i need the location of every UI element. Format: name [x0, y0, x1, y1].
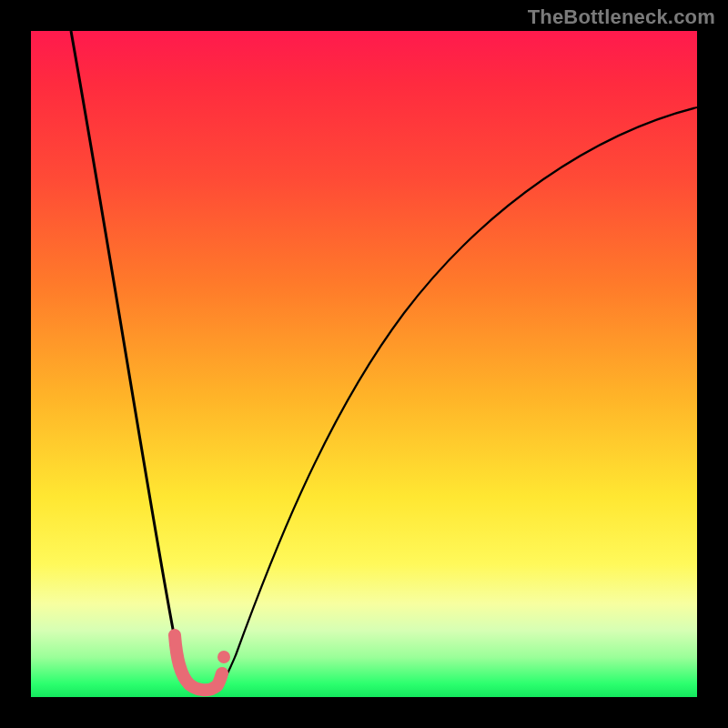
- chart-frame: TheBottleneck.com: [0, 0, 728, 728]
- left-curve: [71, 31, 193, 688]
- pink-bottom-arc: [175, 635, 222, 690]
- pink-right-dot: [217, 651, 230, 663]
- watermark-text: TheBottleneck.com: [528, 5, 715, 29]
- curve-layer: [31, 31, 697, 697]
- plot-area: [31, 31, 697, 697]
- right-curve: [220, 107, 697, 686]
